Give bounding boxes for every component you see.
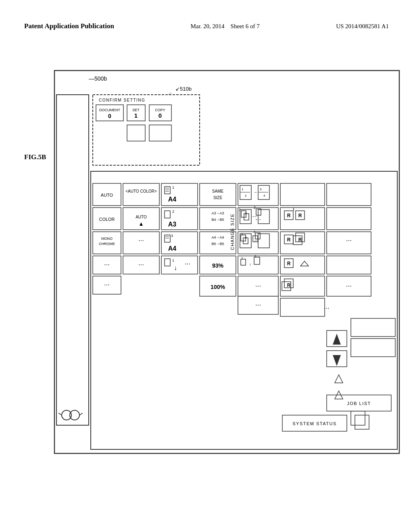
svg-text:A3→A3: A3→A3 [211,211,224,215]
patent-date-sheet: Mar. 20, 2014 Sheet 6 of 7 [190,23,259,30]
svg-text:⋯: ⋯ [138,262,144,268]
svg-text:2: 2 [254,254,257,258]
svg-text:→: → [253,214,257,218]
svg-rect-170 [351,339,395,357]
svg-text:AUTO: AUTO [101,193,113,197]
figure-area: FIG.5B —500b ↙510b STOCK DOCUMENT [24,64,389,488]
svg-text:B5→B5: B5→B5 [211,242,224,246]
svg-text:→: → [253,238,257,243]
diagram-svg: —500b ↙510b STOCK DOCUMENT CONFIRM SETTI… [52,69,403,459]
svg-text:1: 1 [172,258,174,262]
svg-text:DOCUMENT: DOCUMENT [99,108,120,112]
header: Patent Application Publication Mar. 20, … [0,22,413,30]
svg-text:B4→B5: B4→B5 [211,218,224,222]
svg-text:0: 0 [159,112,162,119]
svg-rect-21 [127,125,145,141]
svg-text:⋯: ⋯ [185,261,190,267]
svg-rect-131 [280,298,325,316]
svg-text:⋯: ⋯ [346,237,352,244]
svg-text:1: 1 [172,185,174,189]
svg-text:100%: 100% [211,284,225,290]
svg-text:A4: A4 [168,196,177,203]
svg-text:R: R [287,237,291,243]
svg-rect-133 [327,208,371,230]
svg-text:R: R [298,237,302,243]
svg-text:A3: A3 [168,221,177,228]
svg-text:93%: 93% [212,262,224,269]
svg-text:SET: SET [132,108,140,112]
svg-text:⋯: ⋯ [104,262,110,268]
svg-rect-4 [56,95,89,425]
svg-text:AUTO: AUTO [136,215,147,219]
svg-text:⋯: ⋯ [324,305,330,312]
svg-rect-67 [200,183,236,206]
svg-text:R: R [287,213,291,218]
svg-text:1: 1 [242,187,244,191]
svg-text:CONFIRM SETTING: CONFIRM SETTING [99,98,145,102]
svg-text:1: 1 [241,256,243,260]
svg-text:COLOR: COLOR [99,217,115,222]
svg-text:↓: ↓ [174,264,177,271]
svg-text:A4: A4 [168,245,177,252]
svg-text:4: 4 [263,194,265,197]
svg-text:SAME: SAME [212,189,224,193]
svg-rect-36 [123,183,159,206]
svg-text:2: 2 [245,194,247,197]
svg-rect-109 [280,183,325,206]
svg-text:⋯: ⋯ [255,283,261,289]
svg-text:CHROME: CHROME [99,242,115,246]
svg-text:▲: ▲ [138,220,144,227]
patent-number: US 2014/0082581 A1 [336,23,389,30]
svg-text:<AUTO COLOR>: <AUTO COLOR> [125,189,157,193]
svg-text:R: R [287,283,291,288]
svg-text:3: 3 [260,187,262,191]
svg-rect-169 [351,318,395,337]
svg-text:2: 2 [254,206,256,210]
svg-text:⋯: ⋯ [138,237,144,244]
svg-text:3: 3 [171,234,173,238]
svg-text:→: → [253,190,257,194]
svg-text:⋯: ⋯ [255,302,261,308]
svg-rect-132 [327,183,371,206]
svg-text:2: 2 [245,212,247,215]
patent-title: Patent Application Publication [24,22,114,30]
svg-text:2: 2 [172,210,174,214]
svg-text:⋯: ⋯ [104,282,110,288]
svg-text:MONO: MONO [101,237,113,241]
svg-text:CHANGE SIZE: CHANGE SIZE [230,213,235,250]
svg-text:SIZE: SIZE [213,195,223,200]
svg-rect-136 [327,256,371,274]
svg-text:COPY: COPY [155,108,165,112]
svg-text:2: 2 [245,236,247,239]
svg-text:⋯: ⋯ [346,283,352,289]
svg-text:A4→A4: A4→A4 [211,235,224,239]
svg-text:↑: ↑ [249,262,251,267]
svg-text:SYSTEM STATUS: SYSTEM STATUS [292,421,337,426]
svg-rect-22 [149,125,171,141]
svg-text:2: 2 [254,230,256,234]
figure-label: FIG.5B [24,153,46,161]
svg-text:R: R [287,261,291,266]
svg-text:JOB LIST: JOB LIST [347,401,371,406]
svg-text:R: R [298,213,302,218]
svg-text:↙510b: ↙510b [175,86,192,92]
svg-text:—500b: —500b [89,75,107,82]
svg-text:1: 1 [134,112,138,119]
svg-text:0: 0 [108,113,111,119]
page-container: Patent Application Publication Mar. 20, … [0,0,413,532]
